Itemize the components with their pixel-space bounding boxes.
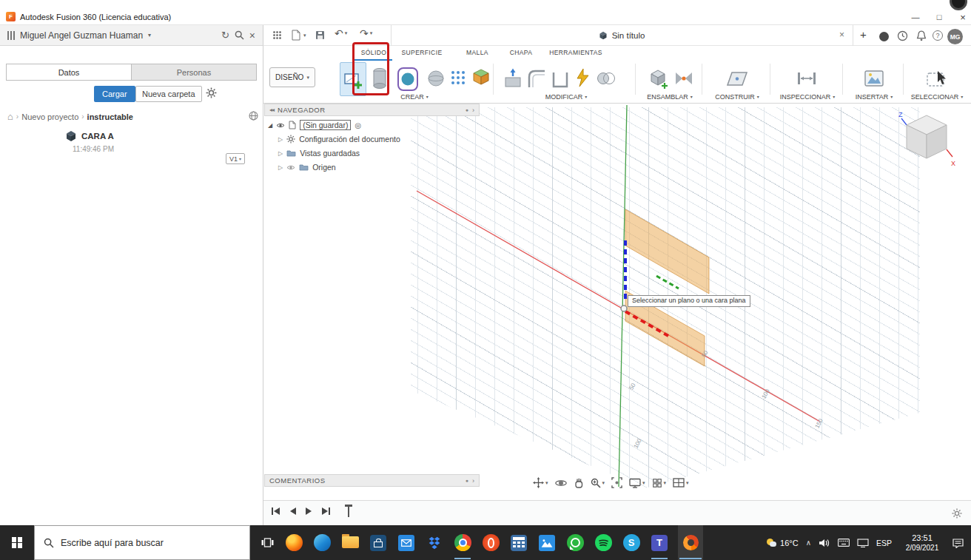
save-icon[interactable] [315, 30, 325, 40]
clock-widget[interactable]: 23:51 2/09/2021 [899, 533, 945, 553]
browser-panel-header[interactable]: ◂◂ NAVEGADOR ● › [264, 104, 480, 116]
firefox-icon[interactable] [284, 525, 303, 560]
collapse-panel-icon[interactable]: ◂◂ [269, 107, 274, 113]
tree-node-views[interactable]: ▷ Vistas guardadas [278, 146, 366, 160]
group-ensamblar[interactable]: ENSAMBLAR▾ [638, 92, 702, 101]
group-seleccionar[interactable]: SELECCIONAR▾ [906, 92, 968, 101]
edge-icon[interactable] [312, 525, 332, 560]
display-cast-icon[interactable] [857, 539, 869, 547]
panel-opacity-dot-icon[interactable]: ● [466, 478, 468, 483]
action-center-icon[interactable] [952, 538, 964, 548]
fusion360-icon[interactable] [678, 525, 703, 560]
calculator-icon[interactable] [509, 525, 528, 560]
timeline-marker[interactable] [348, 507, 349, 517]
taskbar-search[interactable] [34, 525, 250, 560]
breadcrumb-project[interactable]: Nuevo proyecto [21, 112, 78, 121]
minimize-button[interactable]: — [904, 10, 927, 24]
teams-icon[interactable]: T [650, 525, 669, 560]
viewports-icon[interactable]: ▾ [673, 478, 689, 488]
expander-icon[interactable]: ◢ [268, 122, 272, 129]
language-indicator[interactable]: ESP [876, 539, 892, 547]
close-tab-icon[interactable]: × [839, 30, 844, 40]
workspace-selector[interactable]: DISEÑO▾ [269, 67, 315, 87]
dropbox-icon[interactable] [425, 525, 444, 560]
comments-panel-header[interactable]: COMENTARIOS ● › [264, 474, 480, 487]
ribbon-tab-herramientas[interactable]: HERRAMIENTAS [545, 49, 607, 59]
activate-radio-icon[interactable]: ◎ [355, 121, 361, 129]
close-panel-icon[interactable]: × [249, 30, 255, 41]
task-view-icon[interactable] [253, 525, 281, 560]
refresh-icon[interactable]: ↻ [221, 30, 229, 41]
expander-icon[interactable]: ▷ [278, 136, 283, 143]
tree-node-config[interactable]: ▷ Configuración del documento [278, 132, 406, 146]
measure-icon[interactable] [796, 70, 817, 87]
select-tool-icon[interactable] [927, 70, 947, 89]
primitive-box-icon[interactable] [472, 68, 490, 86]
user-menu-chevron-icon[interactable]: ▾ [148, 32, 151, 38]
display-settings-icon[interactable]: ▾ [629, 478, 645, 488]
group-modificar[interactable]: MODIFICAR▾ [497, 92, 635, 101]
volume-icon[interactable] [819, 539, 830, 547]
timeline-play-icon[interactable] [305, 507, 313, 516]
weather-widget[interactable]: 16°C [767, 539, 799, 547]
ribbon-tab-superficie[interactable]: SUPERFICIE [395, 49, 448, 59]
orbit-icon[interactable] [555, 478, 567, 488]
joint-icon[interactable] [673, 70, 694, 87]
maximize-button[interactable]: □ [928, 10, 950, 24]
search-input[interactable] [61, 538, 231, 548]
new-component-icon[interactable] [648, 68, 668, 89]
opera-icon[interactable] [481, 525, 500, 560]
revolve-icon[interactable] [426, 68, 446, 89]
visibility-eye-icon[interactable] [276, 122, 285, 129]
automate-icon[interactable] [574, 68, 591, 87]
skype-icon[interactable]: S [622, 525, 641, 560]
home-icon[interactable]: ⌂ [7, 111, 13, 122]
group-construir[interactable]: CONSTRUIR▾ [705, 92, 770, 101]
redo-button[interactable]: ↷▾ [360, 27, 372, 39]
spotify-icon[interactable] [594, 525, 613, 560]
fillet-icon[interactable] [527, 68, 546, 89]
tree-node-origin[interactable]: ▷ Origen [278, 161, 342, 174]
create-form-icon[interactable] [397, 65, 419, 93]
pan-hand-icon[interactable] [574, 477, 584, 488]
new-tab-icon[interactable]: + [860, 28, 867, 41]
fit-view-icon[interactable] [611, 477, 622, 488]
shell-icon[interactable] [551, 68, 570, 89]
document-tab[interactable]: Sin título [391, 25, 853, 46]
breadcrumb-folder[interactable]: instructable [87, 112, 133, 121]
viewcube[interactable]: Z X [897, 111, 956, 175]
zoom-icon[interactable]: ▾ [591, 478, 605, 488]
photos-icon[interactable] [537, 525, 557, 560]
tab-datos[interactable]: Datos [6, 64, 132, 81]
timeline-gear-icon[interactable] [952, 508, 962, 519]
mail-icon[interactable] [397, 525, 416, 560]
history-clock-icon[interactable] [897, 30, 908, 41]
list-item[interactable]: CARA A [65, 130, 114, 142]
panel-expand-icon[interactable]: › [472, 107, 474, 114]
user-name[interactable]: Miguel Angel Guzman Huaman [20, 30, 143, 41]
ribbon-tab-chapa[interactable]: CHAPA [500, 49, 542, 59]
version-badge[interactable]: V1▾ [226, 153, 245, 164]
file-explorer-icon[interactable] [340, 525, 360, 560]
construction-plane-icon[interactable] [727, 71, 747, 87]
start-button[interactable] [0, 525, 34, 560]
job-status-icon[interactable] [879, 32, 889, 41]
hidden-icons-chevron-icon[interactable]: ∧ [806, 539, 811, 547]
new-folder-button[interactable]: Nueva carpeta [135, 86, 202, 102]
store-icon[interactable] [369, 525, 388, 560]
group-inspeccionar[interactable]: INSPECCIONAR▾ [773, 92, 842, 101]
search-icon[interactable] [235, 30, 244, 40]
panel-expand-icon[interactable]: › [472, 477, 474, 485]
timeline-step-back-icon[interactable] [289, 507, 297, 516]
chrome-icon[interactable] [453, 525, 472, 560]
tab-personas[interactable]: Personas [132, 64, 257, 81]
timeline-skip-start-icon[interactable] [271, 507, 280, 516]
root-node-label[interactable]: (Sin guardar) [300, 120, 351, 130]
data-panel-icon[interactable] [7, 31, 15, 40]
expander-icon[interactable]: ▷ [278, 164, 283, 171]
apps-grid-icon[interactable] [272, 30, 282, 40]
visibility-eye-icon[interactable] [286, 164, 295, 171]
pan-icon[interactable]: ▾ [533, 477, 548, 488]
insert-image-icon[interactable] [864, 70, 884, 87]
group-insertar[interactable]: INSERTAR▾ [845, 92, 903, 101]
